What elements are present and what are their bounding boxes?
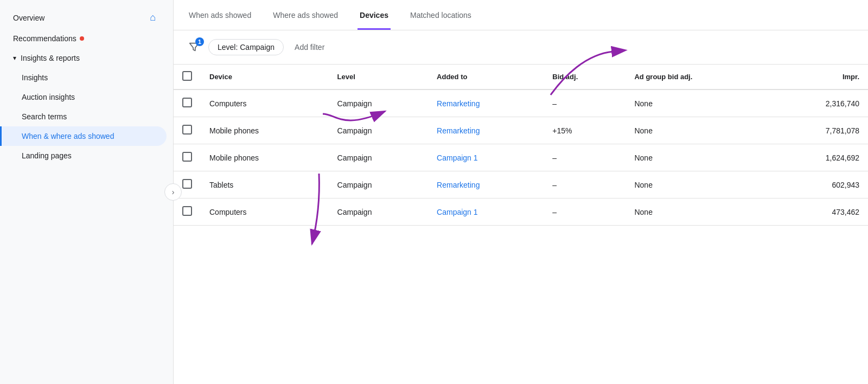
filter-count-badge: 1: [195, 37, 204, 46]
row-added-to-0[interactable]: Remarketing: [428, 89, 544, 117]
row-level-0: Campaign: [329, 89, 428, 117]
row-level-4: Campaign: [329, 199, 428, 226]
data-table-container: Device Level Added to Bid adj. Ad group …: [174, 65, 868, 384]
tab-devices[interactable]: Devices: [358, 0, 391, 30]
row-ad-group-bid-adj-2: None: [626, 144, 770, 171]
row-bid-adj-3: –: [544, 171, 626, 199]
row-added-to-2[interactable]: Campaign 1: [428, 144, 544, 171]
row-added-to-4[interactable]: Campaign 1: [428, 199, 544, 226]
row-impr-0: 2,316,740: [770, 89, 868, 117]
col-header-device: Device: [201, 65, 329, 89]
row-impr-2: 1,624,692: [770, 144, 868, 171]
row-device-0: Computers: [201, 89, 329, 117]
sidebar-item-recommendations[interactable]: Recommendations: [0, 29, 167, 48]
auction-insights-label: Auction insights: [22, 93, 75, 101]
search-terms-label: Search terms: [22, 112, 67, 121]
tab-bar: When ads showed Where ads showed Devices…: [174, 0, 868, 30]
sidebar-section-insights-reports[interactable]: ▾ Insights & reports: [0, 48, 173, 68]
col-header-bid-adj: Bid adj.: [544, 65, 626, 89]
col-header-checkbox: [174, 65, 201, 89]
col-header-ad-group-bid-adj: Ad group bid adj.: [626, 65, 770, 89]
sidebar-item-auction-insights[interactable]: Auction insights: [0, 87, 167, 107]
tab-when-ads-showed[interactable]: When ads showed: [187, 0, 253, 30]
insights-reports-label: Insights & reports: [21, 54, 80, 62]
row-checkbox-1[interactable]: [182, 125, 192, 135]
row-added-to-1[interactable]: Remarketing: [428, 117, 544, 144]
main-content: When ads showed Where ads showed Devices…: [174, 0, 868, 384]
row-device-2: Mobile phones: [201, 144, 329, 171]
add-filter-button[interactable]: Add filter: [290, 40, 329, 55]
sidebar-item-search-terms[interactable]: Search terms: [0, 107, 167, 126]
row-checkbox-0[interactable]: [182, 98, 192, 107]
row-checkbox-cell: [174, 144, 201, 171]
col-header-added-to: Added to: [428, 65, 544, 89]
row-checkbox-3[interactable]: [182, 179, 192, 189]
recommendations-label: Recommendations: [13, 34, 76, 43]
row-device-3: Tablets: [201, 171, 329, 199]
row-ad-group-bid-adj-3: None: [626, 171, 770, 199]
row-ad-group-bid-adj-4: None: [626, 199, 770, 226]
tab-matched-locations[interactable]: Matched locations: [408, 0, 474, 30]
col-header-impr: Impr.: [770, 65, 868, 89]
sidebar: Overview ⌂ Recommendations ▾ Insights & …: [0, 0, 174, 384]
table-row: Computers Campaign Campaign 1 – None 473…: [174, 199, 868, 226]
table-row: Computers Campaign Remarketing – None 2,…: [174, 89, 868, 117]
table-row: Mobile phones Campaign Campaign 1 – None…: [174, 144, 868, 171]
row-checkbox-4[interactable]: [182, 206, 192, 216]
row-bid-adj-0: –: [544, 89, 626, 117]
row-level-3: Campaign: [329, 171, 428, 199]
row-bid-adj-4: –: [544, 199, 626, 226]
sidebar-item-overview[interactable]: Overview ⌂: [0, 7, 167, 29]
chevron-right-icon: ›: [172, 188, 175, 196]
row-checkbox-cell: [174, 117, 201, 144]
devices-table: Device Level Added to Bid adj. Ad group …: [174, 65, 868, 226]
row-level-2: Campaign: [329, 144, 428, 171]
table-header-row: Device Level Added to Bid adj. Ad group …: [174, 65, 868, 89]
collapse-arrow-icon: ▾: [13, 54, 16, 62]
row-added-to-3[interactable]: Remarketing: [428, 171, 544, 199]
recommendations-dot: [80, 36, 84, 41]
landing-pages-label: Landing pages: [22, 151, 72, 160]
sidebar-item-insights[interactable]: Insights: [0, 68, 167, 87]
row-ad-group-bid-adj-0: None: [626, 89, 770, 117]
filter-button[interactable]: 1: [187, 40, 202, 55]
row-ad-group-bid-adj-1: None: [626, 117, 770, 144]
when-where-label: When & where ads showed: [22, 132, 114, 140]
table-row: Tablets Campaign Remarketing – None 602,…: [174, 171, 868, 199]
row-checkbox-cell: [174, 89, 201, 117]
overview-label: Overview: [13, 14, 44, 22]
sidebar-item-landing-pages[interactable]: Landing pages: [0, 146, 167, 165]
row-level-1: Campaign: [329, 117, 428, 144]
toolbar: 1 Level: Campaign Add filter: [174, 30, 868, 65]
sidebar-item-when-where[interactable]: When & where ads showed: [0, 126, 167, 146]
home-icon: ⌂: [150, 12, 156, 23]
row-bid-adj-2: –: [544, 144, 626, 171]
tab-where-ads-showed[interactable]: Where ads showed: [271, 0, 340, 30]
sidebar-collapse-button[interactable]: ›: [164, 183, 182, 201]
row-checkbox-2[interactable]: [182, 152, 192, 162]
col-header-level: Level: [329, 65, 428, 89]
row-impr-3: 602,943: [770, 171, 868, 199]
row-device-4: Computers: [201, 199, 329, 226]
row-checkbox-cell: [174, 199, 201, 226]
row-impr-1: 7,781,078: [770, 117, 868, 144]
table-row: Mobile phones Campaign Remarketing +15% …: [174, 117, 868, 144]
table-body: Computers Campaign Remarketing – None 2,…: [174, 89, 868, 226]
select-all-checkbox[interactable]: [182, 71, 192, 81]
level-campaign-button[interactable]: Level: Campaign: [208, 39, 284, 55]
insights-label: Insights: [22, 73, 48, 82]
row-impr-4: 473,462: [770, 199, 868, 226]
row-bid-adj-1: +15%: [544, 117, 626, 144]
row-device-1: Mobile phones: [201, 117, 329, 144]
